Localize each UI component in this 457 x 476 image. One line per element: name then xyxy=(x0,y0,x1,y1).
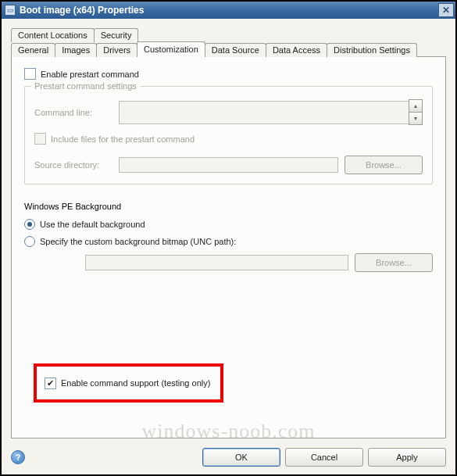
client-area: Content Locations Security General Image… xyxy=(2,19,455,442)
command-line-label: Command line: xyxy=(34,108,119,117)
prestart-groupbox: Prestart command settings Command line: … xyxy=(24,86,433,184)
include-files-checkbox xyxy=(34,133,46,145)
command-line-spin: ▲ ▼ xyxy=(409,99,423,125)
tab-row-1: Content Locations Security xyxy=(11,27,446,42)
include-files-row: Include files for the prestart command xyxy=(34,133,423,145)
source-dir-textbox xyxy=(119,157,338,173)
bg-path-textbox xyxy=(85,255,348,270)
radio-default[interactable] xyxy=(24,219,35,230)
tab-row-2: General Images Drivers Customization Dat… xyxy=(11,41,446,57)
source-dir-label: Source directory: xyxy=(34,160,119,170)
tab-data-source[interactable]: Data Source xyxy=(205,43,266,57)
properties-dialog: ▭ Boot image (x64) Properties ✕ Content … xyxy=(0,0,457,476)
prestart-legend: Prestart command settings xyxy=(31,81,140,91)
tab-pane-customization: Enable prestart command Prestart command… xyxy=(11,56,446,438)
tab-images[interactable]: Images xyxy=(55,43,97,57)
tab-security[interactable]: Security xyxy=(94,28,139,42)
radio-custom-row: Specify the custom background bitmap (UN… xyxy=(24,236,433,247)
radio-default-label: Use the default background xyxy=(40,220,145,229)
highlight-box: ✔ Enable command support (testing only) xyxy=(34,363,223,403)
enable-prestart-checkbox[interactable] xyxy=(24,68,36,80)
pe-bg-title: Windows PE Background xyxy=(24,202,433,211)
enable-prestart-row: Enable prestart command xyxy=(24,68,433,80)
command-line-textbox xyxy=(119,101,409,124)
ok-button[interactable]: OK xyxy=(202,448,280,467)
window-icon: ▭ xyxy=(5,5,16,16)
spin-up-icon: ▲ xyxy=(409,99,423,113)
tab-distribution-settings[interactable]: Distribution Settings xyxy=(327,43,417,57)
enable-cmd-support-checkbox[interactable]: ✔ xyxy=(45,378,56,389)
titlebar: ▭ Boot image (x64) Properties ✕ xyxy=(2,2,455,19)
close-button[interactable]: ✕ xyxy=(438,3,454,17)
source-dir-browse-button: Browse... xyxy=(345,156,423,174)
bg-browse-button: Browse... xyxy=(355,253,433,272)
spin-down-icon: ▼ xyxy=(409,112,423,125)
tab-content-locations[interactable]: Content Locations xyxy=(11,28,95,42)
apply-button[interactable]: Apply xyxy=(368,448,446,467)
radio-custom-label: Specify the custom background bitmap (UN… xyxy=(40,237,236,246)
tab-general[interactable]: General xyxy=(11,43,55,57)
tab-data-access[interactable]: Data Access xyxy=(266,43,327,57)
enable-prestart-label: Enable prestart command xyxy=(41,70,139,79)
radio-default-row: Use the default background xyxy=(24,219,433,230)
enable-cmd-support-label: Enable command support (testing only) xyxy=(61,378,210,388)
help-icon[interactable]: ? xyxy=(11,450,25,464)
tab-drivers[interactable]: Drivers xyxy=(96,43,137,57)
include-files-label: Include files for the prestart command xyxy=(51,134,195,144)
bg-path-row: Browse... xyxy=(85,253,433,272)
radio-custom[interactable] xyxy=(24,236,35,247)
tab-customization[interactable]: Customization xyxy=(137,41,205,57)
source-dir-row: Source directory: Browse... xyxy=(34,156,423,174)
window-title: Boot image (x64) Properties xyxy=(20,5,438,16)
command-line-row: Command line: ▲ ▼ xyxy=(34,99,423,125)
button-bar: ? OK Cancel Apply xyxy=(2,442,455,474)
cancel-button[interactable]: Cancel xyxy=(285,448,363,467)
